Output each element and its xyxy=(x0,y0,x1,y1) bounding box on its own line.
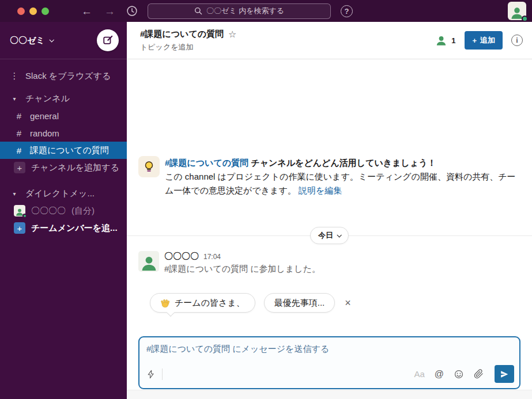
channel-title[interactable]: #課題についての質問 xyxy=(140,29,224,40)
history-clock-icon[interactable] xyxy=(126,5,138,17)
lightbulb-icon xyxy=(138,156,160,177)
message-list: #課題についての質問 チャンネルをどんどん活用していきましょう！ この chan… xyxy=(127,59,532,336)
message-row: 〇〇〇〇 17:04 #課題についての質問 に参加しました。 xyxy=(138,251,520,275)
search-placeholder: 〇〇ゼミ 内を検索する xyxy=(206,6,284,16)
channel-header-left: #課題についての質問 ☆ トピックを追加 xyxy=(140,29,236,52)
hash-icon: # xyxy=(14,111,24,121)
sidebar-item-channel-random[interactable]: # random xyxy=(0,124,127,142)
chevron-down-icon xyxy=(49,37,54,42)
attach-paperclip-icon[interactable] xyxy=(474,369,484,379)
message-author[interactable]: 〇〇〇〇 xyxy=(164,251,199,262)
dm-section-header[interactable]: ▾ ダイレクトメッ... xyxy=(0,185,127,202)
triangle-down-icon: ▾ xyxy=(9,96,20,102)
sidebar-item-channel-active[interactable]: # 課題についての質問 xyxy=(0,142,127,159)
message-timestamp[interactable]: 17:04 xyxy=(203,253,221,261)
zoom-window-button[interactable] xyxy=(41,7,49,15)
compose-pencil-icon xyxy=(103,35,113,45)
workspace-name: 〇〇ゼミ xyxy=(10,35,45,46)
channel-link[interactable]: #課題についての質問 xyxy=(165,158,248,168)
suggestion-chip-priorities[interactable]: 最優先事項... xyxy=(264,293,335,313)
workspace-header: 〇〇ゼミ xyxy=(0,22,127,59)
hash-icon: # xyxy=(14,146,24,155)
composer-toolbar: Aa @ xyxy=(139,365,519,388)
info-icon[interactable]: i xyxy=(511,35,523,46)
wave-hand-icon xyxy=(160,298,170,308)
minimize-window-button[interactable] xyxy=(29,7,37,15)
date-label: 今日 xyxy=(318,230,333,241)
dm-section-label: ダイレクトメッ... xyxy=(25,188,95,199)
channel-label: general xyxy=(30,111,59,121)
star-icon[interactable]: ☆ xyxy=(228,29,236,40)
help-button[interactable]: ? xyxy=(341,5,353,17)
presence-dot xyxy=(22,214,27,218)
add-topic-button[interactable]: トピックを追加 xyxy=(140,42,236,52)
workspace-switcher[interactable]: 〇〇ゼミ xyxy=(10,35,53,46)
plus-icon: + xyxy=(14,222,25,234)
message-content: 〇〇〇〇 17:04 #課題についての質問 に参加しました。 xyxy=(164,251,320,275)
user-avatar[interactable] xyxy=(508,2,526,20)
add-people-button[interactable]: + 追加 xyxy=(465,31,503,50)
close-window-button[interactable] xyxy=(17,7,25,15)
format-button[interactable]: Aa xyxy=(414,369,424,379)
plus-icon: + xyxy=(14,162,25,173)
send-button[interactable] xyxy=(495,365,514,383)
message-avatar[interactable] xyxy=(138,251,159,272)
edit-description-link[interactable]: 説明を編集 xyxy=(299,185,342,195)
dm-user-suffix: (自分) xyxy=(71,206,95,216)
presence-dot xyxy=(522,16,528,22)
triangle-down-icon: ▾ xyxy=(9,191,20,197)
message-text: #課題についての質問 に参加しました。 xyxy=(164,264,320,275)
main-panel: #課題についての質問 ☆ トピックを追加 1 + 追加 i xyxy=(127,22,532,399)
channels-section-label: チャンネル xyxy=(25,93,70,104)
sidebar-item-add-teammates[interactable]: + チームメンバーを追... xyxy=(0,219,127,237)
message-composer[interactable]: #課題についての質問 にメッセージを送信する Aa @ xyxy=(138,336,520,389)
send-plane-icon xyxy=(500,370,509,379)
chip-label: 最優先事項... xyxy=(274,298,325,309)
slack-window: ← → 〇〇ゼミ 内を検索する ? 〇〇ゼミ xyxy=(0,0,532,399)
add-channel-label: チャンネルを追加する xyxy=(31,162,119,173)
sidebar-item-dm-self[interactable]: 〇〇〇〇 (自分) xyxy=(0,202,127,219)
sidebar-nav: ⋮ Slack をブラウズする ▾ チャンネル # general # rand… xyxy=(0,59,127,237)
add-button-label: 追加 xyxy=(480,35,495,45)
window-controls xyxy=(17,7,49,15)
chip-label: チームの皆さま、 xyxy=(175,298,245,309)
sidebar-item-add-channel[interactable]: + チャンネルを追加する xyxy=(0,159,127,176)
channel-welcome-block: #課題についての質問 チャンネルをどんどん活用していきましょう！ この chan… xyxy=(138,156,520,197)
dismiss-suggestions-button[interactable]: × xyxy=(345,297,351,309)
welcome-text: #課題についての質問 チャンネルをどんどん活用していきましょう！ この chan… xyxy=(165,156,520,197)
shortcuts-lightning-icon[interactable] xyxy=(146,369,156,379)
bottom-strip xyxy=(127,390,532,399)
dm-avatar xyxy=(14,205,25,216)
sidebar-item-browse-slack[interactable]: ⋮ Slack をブラウズする xyxy=(0,67,127,85)
channel-header-right: 1 + 追加 i xyxy=(435,31,523,50)
history-forward-button[interactable]: → xyxy=(104,6,115,17)
add-teammates-label: チームメンバーを追... xyxy=(31,223,118,234)
date-pill-button[interactable]: 今日 xyxy=(310,227,349,244)
sidebar-item-channel-general[interactable]: # general xyxy=(0,107,127,124)
chevron-down-icon xyxy=(337,233,341,237)
compose-button[interactable] xyxy=(97,29,119,51)
person-icon xyxy=(140,254,158,272)
browse-label: Slack をブラウズする xyxy=(25,71,111,82)
search-icon xyxy=(194,7,202,15)
hash-icon: # xyxy=(14,128,24,138)
plus-icon: + xyxy=(472,36,477,45)
toolbar-divider xyxy=(162,368,163,380)
message-input[interactable]: #課題についての質問 にメッセージを送信する xyxy=(139,337,519,355)
emoji-button[interactable] xyxy=(454,369,464,379)
sidebar: 〇〇ゼミ ⋮ Slack をブラウズする ▾ チャンネル # g xyxy=(0,22,127,399)
search-input[interactable]: 〇〇ゼミ 内を検索する xyxy=(148,3,331,19)
date-divider: 今日 xyxy=(127,227,532,244)
member-count[interactable]: 1 xyxy=(451,36,455,45)
channel-label: random xyxy=(30,128,59,138)
welcome-body: この channel はプロジェクトの作業に使います。ミーティングの開催、資料の… xyxy=(165,170,520,197)
mention-button[interactable]: @ xyxy=(435,369,444,379)
welcome-title-rest: チャンネルをどんどん活用していきましょう！ xyxy=(248,158,436,168)
channel-label: 課題についての質問 xyxy=(30,145,109,156)
history-back-button[interactable]: ← xyxy=(81,6,92,17)
dm-user-name: 〇〇〇〇 xyxy=(31,206,66,216)
channels-section-header[interactable]: ▾ チャンネル xyxy=(0,90,127,107)
suggestion-chip-greeting[interactable]: チームの皆さま、 xyxy=(150,293,255,313)
members-icon[interactable] xyxy=(435,35,447,47)
suggestion-chips: チームの皆さま、 最優先事項... × xyxy=(150,293,520,313)
